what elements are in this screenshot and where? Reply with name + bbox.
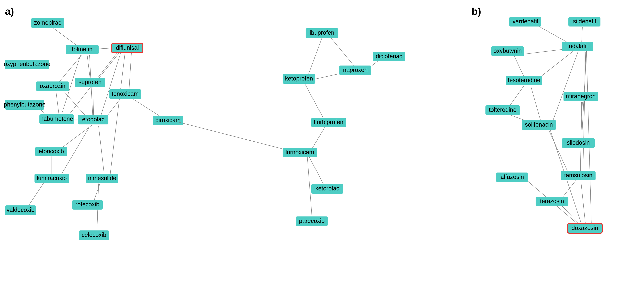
svg-text:valdecoxib: valdecoxib bbox=[6, 206, 34, 213]
svg-text:ibuprofen: ibuprofen bbox=[310, 29, 334, 36]
svg-text:fesoterodine: fesoterodine bbox=[508, 77, 540, 83]
svg-text:solifenacin: solifenacin bbox=[525, 121, 553, 128]
svg-text:lumiracoxib: lumiracoxib bbox=[37, 175, 67, 181]
svg-text:rofecoxib: rofecoxib bbox=[76, 201, 100, 208]
svg-text:tadalafil: tadalafil bbox=[567, 43, 588, 49]
svg-text:etoricoxib: etoricoxib bbox=[38, 148, 64, 155]
svg-line-19 bbox=[98, 126, 104, 175]
svg-line-25 bbox=[132, 98, 161, 117]
svg-line-80 bbox=[581, 180, 586, 226]
svg-text:lornoxicam: lornoxicam bbox=[286, 149, 314, 156]
svg-line-63 bbox=[514, 56, 525, 79]
svg-text:celecoxib: celecoxib bbox=[82, 231, 106, 238]
svg-text:alfuzosin: alfuzosin bbox=[500, 174, 524, 180]
svg-line-66 bbox=[552, 51, 578, 123]
svg-line-75 bbox=[549, 130, 569, 175]
svg-line-49 bbox=[308, 155, 324, 186]
svg-line-74 bbox=[580, 102, 582, 173]
svg-text:etodolac: etodolac bbox=[82, 116, 104, 123]
svg-line-13 bbox=[93, 87, 94, 118]
svg-line-23 bbox=[94, 183, 100, 202]
svg-text:nabumetone: nabumetone bbox=[40, 115, 73, 122]
svg-text:ketoprofen: ketoprofen bbox=[285, 75, 313, 82]
svg-text:diclofenac: diclofenac bbox=[376, 53, 402, 60]
svg-line-79 bbox=[561, 179, 577, 199]
svg-line-17 bbox=[59, 125, 92, 150]
graph-c-nodes: vardenafil sildenafil oxybutynin tadalaf… bbox=[486, 17, 602, 233]
panel-b-label: b) bbox=[472, 6, 481, 17]
svg-text:terazosin: terazosin bbox=[540, 198, 564, 204]
panel-a-label: a) bbox=[5, 6, 14, 17]
svg-text:piroxicam: piroxicam bbox=[155, 117, 180, 123]
svg-line-43 bbox=[307, 38, 322, 78]
svg-text:doxazosin: doxazosin bbox=[572, 225, 598, 231]
svg-line-22 bbox=[26, 182, 44, 209]
svg-text:sildenafil: sildenafil bbox=[573, 18, 596, 25]
svg-line-51 bbox=[178, 122, 296, 152]
svg-text:nimesulide: nimesulide bbox=[88, 175, 116, 181]
svg-line-9 bbox=[129, 53, 132, 91]
graph-b-nodes: ibuprofen ketoprofen naproxen diclofenac… bbox=[282, 28, 405, 226]
svg-line-44 bbox=[330, 37, 356, 68]
svg-line-12 bbox=[62, 90, 88, 118]
svg-line-10 bbox=[110, 54, 125, 175]
svg-line-61 bbox=[582, 27, 582, 44]
svg-text:diflunisal: diflunisal bbox=[116, 44, 139, 51]
graph-b-edges bbox=[178, 37, 381, 219]
svg-text:phenylbutazone: phenylbutazone bbox=[4, 101, 46, 108]
svg-line-47 bbox=[305, 84, 324, 120]
svg-line-62 bbox=[522, 49, 567, 54]
svg-text:naproxen: naproxen bbox=[343, 67, 368, 73]
svg-line-70 bbox=[508, 86, 524, 109]
svg-text:oxybutynin: oxybutynin bbox=[494, 47, 522, 54]
svg-text:silodosin: silodosin bbox=[567, 139, 590, 146]
svg-text:tolmetin: tolmetin bbox=[72, 46, 92, 53]
svg-text:parecoxib: parecoxib bbox=[299, 217, 325, 224]
svg-text:zomepirac: zomepirac bbox=[34, 19, 61, 26]
svg-text:oxyphenbutazone: oxyphenbutazone bbox=[4, 61, 50, 67]
svg-line-48 bbox=[311, 125, 326, 150]
svg-text:ketorolac: ketorolac bbox=[315, 185, 339, 192]
svg-text:vardenafil: vardenafil bbox=[512, 18, 538, 25]
svg-text:suprofen: suprofen bbox=[78, 79, 102, 85]
svg-text:flurbiprofen: flurbiprofen bbox=[314, 119, 343, 125]
svg-text:oxaprozin: oxaprozin bbox=[40, 82, 66, 89]
svg-text:tenoxicam: tenoxicam bbox=[112, 90, 139, 97]
svg-line-71 bbox=[531, 86, 541, 123]
svg-text:mirabegron: mirabegron bbox=[566, 93, 596, 100]
svg-text:tamsulosin: tamsulosin bbox=[564, 172, 592, 179]
svg-text:tolterodine: tolterodine bbox=[489, 106, 516, 113]
graph-a-nodes: zomepirac tolmetin oxyphenbutazone diflu… bbox=[4, 18, 183, 240]
svg-line-11 bbox=[56, 91, 59, 116]
